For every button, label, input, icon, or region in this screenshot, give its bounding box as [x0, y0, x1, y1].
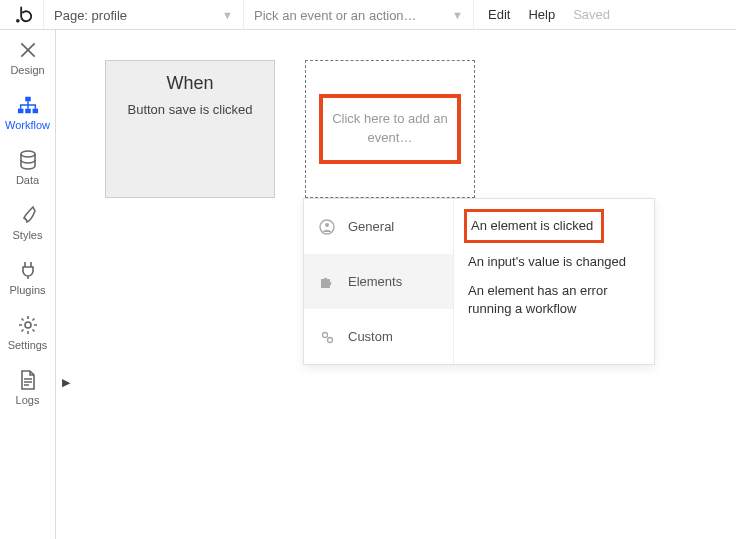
- dropdown-category-list: General Elements Custom: [304, 199, 454, 364]
- sidebar-item-logs[interactable]: Logs: [0, 360, 55, 415]
- sidebar-item-label: Workflow: [5, 119, 50, 131]
- gears-icon: [318, 328, 336, 346]
- sidebar-item-data[interactable]: Data: [0, 140, 55, 195]
- dropdown-option[interactable]: An input's value is changed: [464, 247, 644, 277]
- svg-point-6: [25, 322, 31, 328]
- svg-rect-1: [25, 97, 31, 102]
- sidebar-item-workflow[interactable]: Workflow: [0, 85, 55, 140]
- workflow-event-card[interactable]: When Button save is clicked: [105, 60, 275, 198]
- app-logo[interactable]: [0, 0, 44, 29]
- sidebar-expand-handle[interactable]: ▶: [62, 376, 70, 389]
- dropdown-option-list: An element is clicked An input's value i…: [454, 199, 654, 364]
- sidebar-item-label: Plugins: [9, 284, 45, 296]
- page-value: profile: [92, 8, 127, 23]
- event-card-title: When: [106, 73, 274, 94]
- svg-point-8: [325, 223, 329, 227]
- event-category-dropdown: General Elements Custom An element is cl…: [303, 198, 655, 365]
- puzzle-icon: [318, 273, 336, 291]
- dropdown-category-custom[interactable]: Custom: [304, 309, 453, 364]
- sidebar-item-plugins[interactable]: Plugins: [0, 250, 55, 305]
- sidebar-item-design[interactable]: Design: [0, 30, 55, 85]
- bubble-logo-icon: [12, 5, 32, 25]
- sidebar-item-label: Styles: [13, 229, 43, 241]
- sidebar-item-label: Settings: [8, 339, 48, 351]
- event-action-picker[interactable]: Pick an event or an action… ▼: [244, 0, 474, 30]
- svg-point-5: [21, 151, 35, 157]
- page-label: Page:: [54, 8, 88, 23]
- workflow-canvas: When Button save is clicked Click here t…: [75, 30, 736, 539]
- add-event-placeholder: Click here to add an event…: [319, 94, 461, 164]
- svg-rect-3: [25, 109, 31, 114]
- svg-point-0: [16, 19, 20, 23]
- left-sidebar: Design Workflow Data Styles Plugins Sett…: [0, 30, 56, 539]
- gear-icon: [17, 314, 39, 336]
- dropdown-category-general[interactable]: General: [304, 199, 453, 254]
- sidebar-item-label: Logs: [16, 394, 40, 406]
- sidebar-item-settings[interactable]: Settings: [0, 305, 55, 360]
- dropdown-category-elements[interactable]: Elements: [304, 254, 453, 309]
- chevron-down-icon: ▼: [452, 9, 463, 21]
- top-bar: Page: profile ▼ Pick an event or an acti…: [0, 0, 736, 30]
- menu-help[interactable]: Help: [528, 7, 555, 22]
- sidebar-item-label: Design: [10, 64, 44, 76]
- dropdown-category-label: Elements: [348, 274, 402, 289]
- event-card-desc: Button save is clicked: [106, 102, 274, 117]
- document-icon: [17, 369, 39, 391]
- brush-icon: [17, 204, 39, 226]
- dropdown-category-label: Custom: [348, 329, 393, 344]
- chevron-down-icon: ▼: [222, 9, 233, 21]
- dropdown-option[interactable]: An element has an error running a workfl…: [464, 276, 644, 323]
- design-icon: [17, 39, 39, 61]
- menu-edit[interactable]: Edit: [488, 7, 510, 22]
- svg-point-10: [328, 337, 333, 342]
- svg-point-9: [323, 332, 328, 337]
- dropdown-option[interactable]: An element is clicked: [464, 209, 604, 243]
- page-selector[interactable]: Page: profile ▼: [44, 0, 244, 30]
- sidebar-item-styles[interactable]: Styles: [0, 195, 55, 250]
- svg-rect-4: [32, 109, 38, 114]
- plug-icon: [17, 259, 39, 281]
- sidebar-item-label: Data: [16, 174, 39, 186]
- dropdown-category-label: General: [348, 219, 394, 234]
- user-circle-icon: [318, 218, 336, 236]
- workflow-icon: [17, 94, 39, 116]
- picker-placeholder: Pick an event or an action…: [254, 8, 417, 23]
- svg-rect-2: [17, 109, 23, 114]
- add-event-slot[interactable]: Click here to add an event…: [305, 60, 475, 198]
- database-icon: [17, 149, 39, 171]
- top-menu: Edit Help Saved: [474, 0, 610, 29]
- menu-saved: Saved: [573, 7, 610, 22]
